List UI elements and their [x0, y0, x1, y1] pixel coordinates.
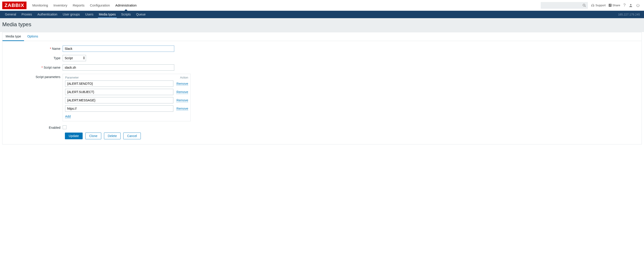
subnav-users[interactable]: Users [83, 11, 96, 18]
type-select[interactable]: Script [63, 55, 86, 61]
remove-link-3[interactable]: Remove [176, 107, 188, 111]
topnav-items: Monitoring Inventory Reports Configurati… [30, 0, 541, 11]
user-button[interactable] [629, 3, 633, 7]
row-name: *Name [6, 45, 638, 52]
param-row: Remove [65, 89, 188, 95]
svg-line-1 [585, 6, 586, 7]
param-header-row: Parameter Action [65, 76, 188, 79]
help-button[interactable]: ? [623, 3, 626, 8]
enabled-checkbox[interactable] [63, 125, 66, 129]
subnav-queue[interactable]: Queue [134, 11, 148, 18]
nav-monitoring[interactable]: Monitoring [30, 0, 51, 11]
logo: ZABBIX [2, 1, 26, 9]
param-row: Remove [65, 97, 188, 103]
param-row: Remove [65, 105, 188, 112]
name-input[interactable] [63, 45, 174, 52]
subnav-user-groups[interactable]: User groups [60, 11, 82, 18]
support-link[interactable]: Support [591, 3, 606, 7]
share-z-icon: Z [609, 4, 612, 7]
tab-media-type[interactable]: Media type [2, 32, 24, 41]
svg-point-2 [630, 4, 632, 5]
row-script-parameters: Script parameters Parameter Action Remov… [6, 74, 638, 121]
remove-link-1[interactable]: Remove [176, 90, 188, 94]
server-ip: 165.227.179.245 [618, 13, 642, 16]
script-params-box: Parameter Action Remove Remove Remove [63, 74, 191, 121]
subnav-general[interactable]: General [2, 11, 19, 18]
param-row: Remove [65, 80, 188, 87]
type-label: Type [6, 55, 63, 60]
power-icon [636, 3, 640, 7]
svg-point-0 [583, 4, 585, 6]
logout-button[interactable] [636, 3, 640, 7]
form: *Name Type Script ▲▼ *Script name [2, 41, 642, 144]
row-type: Type Script ▲▼ [6, 55, 638, 61]
script-name-label-text: Script name [44, 66, 60, 69]
user-icon [629, 3, 633, 7]
top-nav: ZABBIX Monitoring Inventory Reports Conf… [0, 0, 644, 11]
nav-configuration[interactable]: Configuration [87, 0, 112, 11]
page-title: Media types [2, 21, 642, 27]
param-input-3[interactable] [65, 105, 173, 112]
enabled-label: Enabled [6, 124, 63, 129]
nav-administration[interactable]: Administration [112, 0, 139, 11]
subnav-media-types[interactable]: Media types [96, 11, 118, 18]
search-wrap [541, 2, 588, 9]
search-icon [582, 3, 586, 7]
update-button[interactable]: Update [65, 133, 83, 139]
param-header-action: Action [180, 76, 188, 79]
topnav-right: Support Z Share ? [541, 2, 644, 9]
cancel-button[interactable]: Cancel [123, 133, 141, 139]
subnav-proxies[interactable]: Proxies [19, 11, 35, 18]
script-name-input[interactable] [63, 64, 174, 71]
button-row: Update Clone Delete Cancel [65, 133, 638, 139]
tab-options[interactable]: Options [24, 32, 41, 41]
name-label: *Name [6, 45, 63, 50]
support-label: Support [596, 3, 606, 7]
page-header: Media types [0, 18, 644, 32]
subnav-scripts[interactable]: Scripts [118, 11, 134, 18]
subnav-authentication[interactable]: Authentication [35, 11, 60, 18]
param-header-parameter: Parameter [65, 76, 180, 79]
delete-button[interactable]: Delete [104, 133, 120, 139]
clone-button[interactable]: Clone [85, 133, 101, 139]
param-input-0[interactable] [65, 80, 173, 87]
row-script-name: *Script name [6, 64, 638, 71]
add-param-link[interactable]: Add [65, 115, 71, 118]
sub-nav: General Proxies Authentication User grou… [0, 11, 644, 18]
remove-link-0[interactable]: Remove [176, 82, 188, 86]
share-label: Share [612, 3, 620, 7]
nav-inventory[interactable]: Inventory [51, 0, 70, 11]
tabs: Media type Options [2, 32, 642, 41]
param-input-1[interactable] [65, 89, 173, 95]
search-input[interactable] [541, 2, 588, 9]
content: Media type Options *Name Type Script ▲▼ … [2, 32, 642, 144]
row-enabled: Enabled [6, 124, 638, 129]
nav-reports[interactable]: Reports [70, 0, 87, 11]
remove-link-2[interactable]: Remove [176, 98, 188, 102]
param-input-2[interactable] [65, 97, 173, 103]
script-params-label: Script parameters [6, 74, 63, 79]
headset-icon [591, 3, 594, 7]
script-name-label: *Script name [6, 64, 63, 69]
share-link[interactable]: Z Share [609, 3, 620, 7]
name-label-text: Name [52, 47, 60, 50]
